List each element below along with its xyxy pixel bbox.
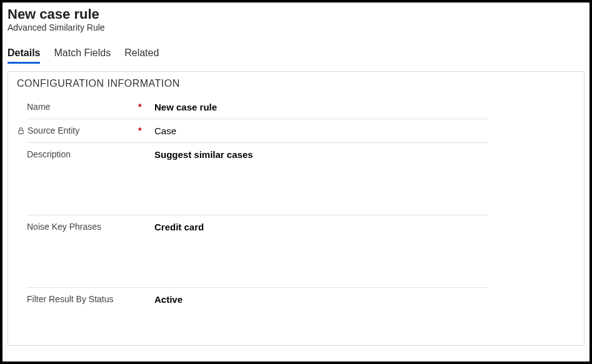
field-noise-key-phrases-value[interactable]: Credit card (153, 222, 488, 232)
tab-bar: Details Match Fields Related (8, 47, 584, 62)
field-description: Description Suggest similar cases (27, 143, 488, 215)
tab-related[interactable]: Related (124, 47, 159, 62)
field-name-label: Name (27, 102, 138, 112)
field-name-required: * (138, 102, 153, 112)
tab-match-fields[interactable]: Match Fields (54, 47, 111, 62)
field-noise-key-phrases-label: Noise Key Phrases (27, 222, 138, 232)
page-title: New case rule (8, 6, 584, 22)
field-name: Name * New case rule (27, 96, 488, 119)
field-source-entity-value[interactable]: Case (153, 125, 488, 136)
field-source-entity-label: Source Entity (27, 125, 138, 135)
page-subtitle: Advanced Similarity Rule (8, 22, 584, 32)
lock-icon (17, 127, 25, 135)
field-description-value[interactable]: Suggest similar cases (153, 149, 488, 160)
svg-rect-0 (19, 130, 23, 134)
field-source-entity: Source Entity * Case (27, 119, 488, 143)
page-header: New case rule Advanced Similarity Rule (8, 6, 584, 36)
section-title: CONFIGURATION INFORMATION (17, 78, 575, 89)
field-noise-key-phrases: Noise Key Phrases Credit card (27, 215, 488, 288)
tab-details[interactable]: Details (8, 47, 40, 62)
field-filter-result-by-status-label: Filter Result By Status (27, 294, 138, 304)
field-filter-result-by-status: Filter Result By Status Active (27, 288, 488, 311)
field-name-value[interactable]: New case rule (153, 102, 488, 112)
field-filter-result-by-status-value[interactable]: Active (153, 294, 488, 305)
field-description-label: Description (27, 149, 138, 159)
configuration-section: CONFIGURATION INFORMATION Name * New cas… (8, 71, 584, 346)
field-source-entity-required: * (138, 125, 153, 135)
